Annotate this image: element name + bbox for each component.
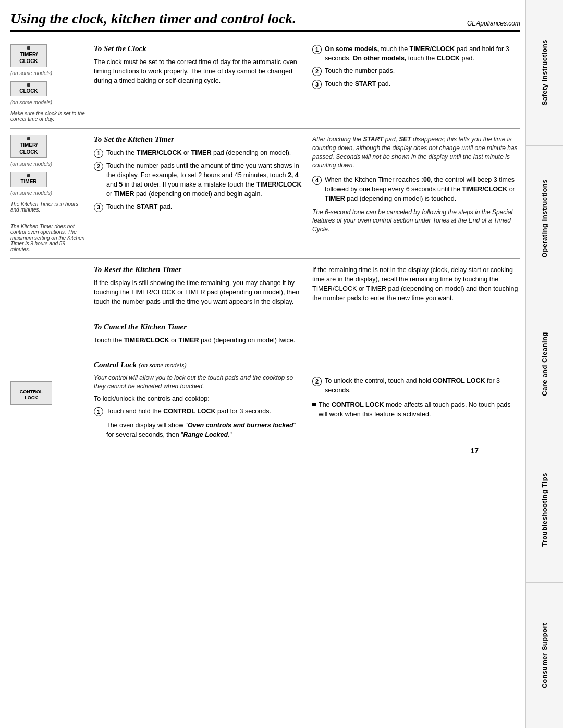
t-step3-text: Touch the START pad. [106,202,172,212]
step1-text: On some models, touch the TIMER/CLOCK pa… [325,44,520,63]
step2-num: 2 [312,67,322,76]
reset-timer-left-empty [10,265,94,310]
set-timer-step4: 4 When the Kitchen Timer reaches :00, th… [312,175,520,203]
set-kitchen-timer-section: Timer/Clock (on some models) Timer (on s… [10,129,520,259]
timer-key1-note: (on some models) [10,161,52,167]
key2-note: (on some models) [10,100,52,105]
set-clock-keys: Timer/Clock (on some models) Clock (on s… [10,44,94,122]
reset-timer-content: To Reset the Kitchen Timer If the displa… [94,265,520,310]
reset-timer-section: To Reset the Kitchen Timer If the displa… [10,259,520,316]
page-title: Using the clock, kitchen timer and contr… [10,10,296,27]
cancel-timer-text: Touch the TIMER/CLOCK or TIMER pad (depe… [94,336,302,345]
sidebar-operating-text: Operating Instructions [541,179,548,257]
control-lock-heading-note: (on some models) [139,361,187,369]
t-step2-text: Touch the number pads until the amount o… [106,161,302,199]
timer-tones-note: The 6-second tone can be canceled by fol… [312,208,520,234]
cl-step1-num: 1 [94,407,103,416]
control-lock-key-area: ControlLock [10,361,94,443]
timer-right-italic: After touching the START pad, SET disapp… [312,135,520,170]
set-timer-step3: 3 Touch the START pad. [94,202,302,212]
set-timer-step2: 2 Touch the number pads until the amount… [94,161,302,199]
set-clock-heading: To Set the Clock [94,44,302,53]
step2-text: Touch the number pads. [325,66,395,76]
reset-timer-heading: To Reset the Kitchen Timer [94,265,302,274]
set-timer-step1: 1 Touch the TIMER/CLOCK or TIMER pad (de… [94,148,302,158]
reset-timer-right-text: If the remaining time is not in the disp… [312,265,520,303]
set-timer-heading: To Set the Kitchen Timer [94,135,302,144]
set-clock-left-col: To Set the Clock The clock must be set t… [94,44,302,122]
page-title-area: Using the clock, kitchen timer and contr… [10,10,520,32]
cl-step2-num: 2 [312,377,322,386]
clock-key: Clock [10,81,47,96]
timer-clock-key: Timer/Clock [10,44,47,67]
set-timer-right-col: After touching the START pad, SET disapp… [312,135,520,252]
step3-text: Touch the START pad. [325,79,390,89]
page-number: 17 [470,447,479,455]
t-step1-num: 1 [94,149,103,158]
control-lock-content: Control Lock (on some models) Your contr… [94,361,520,443]
key1-note: (on some models) [10,70,52,76]
set-clock-right-col: 1 On some models, touch the TIMER/CLOCK … [312,44,520,122]
sidebar-care: Care and Cleaning [526,291,563,437]
cl-step2-text: To unlock the control, touch and hold CO… [325,376,520,395]
step3-num: 3 [312,80,322,89]
set-clock-step2: 2 Touch the number pads. [312,66,520,76]
timer-key2-note: (on some models) [10,190,52,196]
t-step2-num: 2 [94,162,103,171]
set-timer-content: To Set the Kitchen Timer 1 Touch the TIM… [94,135,520,252]
control-lock-section: ControlLock Control Lock (on some models… [10,354,520,443]
cl-step1-text: Touch and hold the CONTROL LOCK pad for … [106,406,271,416]
reset-timer-right-col: If the remaining time is not in the disp… [312,265,520,310]
set-clock-step1: 1 On some models, touch the TIMER/CLOCK … [312,44,520,63]
t-step1-text: Touch the TIMER/CLOCK or TIMER pad (depe… [106,148,291,157]
control-lock-right-col: 2 To unlock the control, touch and hold … [312,361,520,443]
timer-note2: The Kitchen Timer does not control oven … [10,224,85,252]
cancel-timer-col: To Cancel the Kitchen Timer Touch the TI… [94,323,302,348]
website-url: GEAppliances.com [467,20,520,27]
oven-display-text: The oven display will show "Oven control… [106,421,302,439]
reset-timer-left-col: To Reset the Kitchen Timer If the displa… [94,265,302,310]
bullet-text: The CONTROL LOCK mode affects all touch … [319,400,520,419]
control-lock-intro2: To lock/unlock the controls and cooktop: [94,394,302,403]
clock-bottom-note: Make sure the clock is set to the correc… [10,110,85,122]
sidebar-consumer: Consumer Support [526,583,563,728]
cancel-timer-left-empty [10,323,94,348]
sidebar-troubleshooting: Troubleshooting Tips [526,437,563,583]
set-timer-keys: Timer/Clock (on some models) Timer (on s… [10,135,94,252]
cancel-timer-right-empty [312,323,520,348]
control-lock-key: ControlLock [10,381,52,405]
control-lock-italic-text: Your control will allow you to lock out … [94,374,293,390]
control-lock-heading-text: Control Lock [94,361,137,369]
set-clock-intro: The clock must be set to the correct tim… [94,57,302,85]
cancel-timer-content: To Cancel the Kitchen Timer Touch the TI… [94,323,520,348]
step1-num: 1 [312,45,322,54]
reset-timer-left-text: If the display is still showing the time… [94,278,302,306]
sidebar-safety: Safety Instructions [526,0,563,146]
cancel-timer-section: To Cancel the Kitchen Timer Touch the TI… [10,316,520,354]
set-clock-step3: 3 Touch the START pad. [312,79,520,89]
sidebar-troubleshooting-text: Troubleshooting Tips [541,473,548,547]
t-step4-text: When the Kitchen Timer reaches :00, the … [325,175,520,203]
sidebar-operating: Operating Instructions [526,146,563,292]
control-lock-heading: Control Lock (on some models) [94,361,302,369]
cancel-timer-heading: To Cancel the Kitchen Timer [94,323,302,331]
sidebar-safety-text: Safety Instructions [541,40,548,106]
control-lock-step1: 1 Touch and hold the CONTROL LOCK pad fo… [94,406,302,416]
t-step4-num: 4 [312,176,322,185]
right-sidebar: Safety Instructions Operating Instructio… [525,0,563,728]
sidebar-care-text: Care and Cleaning [541,332,548,396]
timer-key: Timer [10,172,47,187]
set-clock-content: To Set the Clock The clock must be set t… [94,44,520,122]
set-timer-left-col: To Set the Kitchen Timer 1 Touch the TIM… [94,135,302,252]
control-lock-left-col: Control Lock (on some models) Your contr… [94,361,302,443]
t-step3-num: 3 [94,203,103,212]
timer-clock-key2: Timer/Clock [10,135,47,158]
control-lock-bullet: The CONTROL LOCK mode affects all touch … [312,400,520,419]
bullet-icon [312,403,316,406]
page-number-area: 17 [10,447,520,455]
control-lock-intro-italic: Your control will allow you to lock out … [94,374,302,391]
set-clock-section: Timer/Clock (on some models) Clock (on s… [10,38,520,129]
control-lock-step2: 2 To unlock the control, touch and hold … [312,376,520,395]
timer-note1: The Kitchen Timer is in hours and minute… [10,201,85,213]
sidebar-consumer-text: Consumer Support [541,623,548,688]
